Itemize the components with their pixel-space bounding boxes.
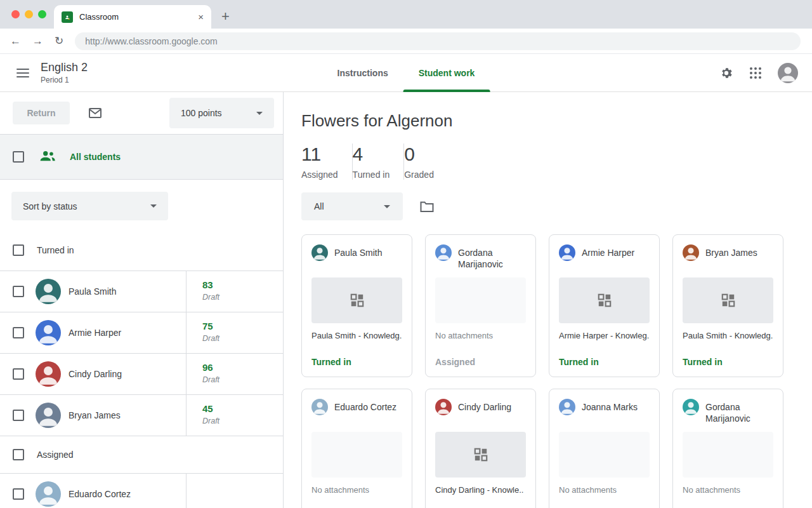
student-checkbox[interactable] — [13, 488, 24, 500]
window-zoom-button[interactable] — [38, 10, 46, 18]
student-checkbox[interactable] — [13, 286, 24, 297]
people-icon — [39, 149, 56, 165]
student-name: Gordana Marijanovic — [458, 247, 526, 270]
attachment-thumbnail[interactable] — [435, 432, 526, 478]
attachment-label: Paula Smith - Knowledg... — [683, 331, 773, 340]
email-icon[interactable] — [88, 105, 103, 121]
turned-in-checkbox[interactable] — [13, 244, 24, 256]
attachment-thumbnail[interactable] — [435, 277, 526, 323]
student-name: Gordana Marijanovic — [705, 401, 773, 424]
return-button[interactable]: Return — [13, 102, 70, 124]
browser-tab[interactable]: Classroom × — [54, 5, 211, 29]
sort-value: Sort by status — [23, 201, 77, 211]
attachment-grid-icon — [473, 446, 489, 463]
student-avatar — [559, 244, 575, 261]
student-row[interactable]: Bryan James 45 Draft — [0, 395, 283, 436]
student-work-card[interactable]: Gordana Marijanovic No attachments — [672, 389, 783, 508]
student-work-card[interactable]: Eduardo Cortez No attachments — [301, 389, 412, 508]
attachment-label: Armie Harper - Knowleg.. — [559, 331, 650, 340]
student-name: Cindy Darling — [458, 401, 511, 413]
student-work-card[interactable]: Joanna Marks No attachments — [549, 389, 660, 508]
grade-cell[interactable]: 96 Draft — [186, 354, 284, 394]
attachment-thumbnail[interactable] — [683, 277, 773, 323]
student-sidebar: Return 100 points All students Sort by s… — [0, 92, 284, 508]
reload-icon[interactable]: ↻ — [55, 36, 63, 46]
assigned-checkbox[interactable] — [13, 449, 24, 460]
student-work-cards: Paula Smith Paula Smith - Knowledg... Tu… — [301, 234, 812, 508]
student-avatar — [36, 320, 61, 345]
stat-label: Graded — [404, 170, 434, 180]
grade-value: 83 — [202, 279, 284, 290]
assignment-stats: 11 Assigned 4 Turned in 0 Graded — [301, 144, 812, 180]
url-field[interactable]: http://www.classroom.google.com — [75, 32, 801, 50]
app-header: English 2 Period 1 Instructions Student … — [0, 54, 812, 92]
window-controls — [11, 10, 46, 18]
student-name: Joanna Marks — [582, 401, 638, 413]
forward-icon[interactable]: → — [32, 36, 43, 46]
teacher-avatar[interactable] — [778, 63, 798, 83]
stat-turned-in[interactable]: 4 Turned in — [353, 144, 404, 180]
attachment-label: No attachments — [311, 485, 402, 495]
apps-grid-icon[interactable] — [750, 67, 761, 79]
attachment-grid-icon — [349, 292, 365, 309]
student-work-card[interactable]: Bryan James Paula Smith - Knowledg... Tu… — [672, 234, 783, 377]
menu-icon[interactable] — [16, 69, 29, 77]
new-tab-button[interactable]: + — [221, 8, 230, 25]
attachment-thumbnail[interactable] — [559, 277, 650, 323]
tab-close-icon[interactable]: × — [198, 11, 204, 22]
student-checkbox[interactable] — [13, 327, 24, 338]
student-name: Armie Harper — [582, 247, 634, 258]
points-dropdown[interactable]: 100 points — [169, 98, 274, 128]
window-minimize-button[interactable] — [25, 10, 33, 18]
student-row[interactable]: Paula Smith 83 Draft — [0, 271, 283, 312]
attachment-label: No attachments — [559, 485, 650, 495]
student-work-card[interactable]: Cindy Darling Cindy Darling - Knowle.. — [425, 389, 536, 508]
grade-value: 45 — [202, 403, 284, 414]
student-work-card[interactable]: Paula Smith Paula Smith - Knowledg... Tu… — [301, 234, 412, 377]
student-avatar — [311, 244, 328, 261]
sort-dropdown[interactable]: Sort by status — [11, 192, 168, 220]
attachment-thumbnail[interactable] — [683, 432, 773, 478]
header-actions — [719, 63, 812, 83]
course-title: English 2 — [41, 61, 88, 74]
status-filter-dropdown[interactable]: All — [301, 192, 403, 220]
back-icon[interactable]: ← — [10, 36, 21, 46]
stat-assigned[interactable]: 11 Assigned — [301, 144, 352, 180]
student-name: Cindy Darling — [69, 369, 122, 379]
attachment-label: Cindy Darling - Knowle.. — [435, 485, 526, 495]
grade-cell[interactable]: 75 Draft — [186, 312, 284, 353]
student-row[interactable]: Cindy Darling 96 Draft — [0, 354, 283, 395]
assigned-section-header: Assigned — [0, 436, 283, 474]
student-name: Paula Smith — [334, 247, 382, 258]
gear-icon[interactable] — [719, 66, 733, 80]
folder-icon[interactable] — [419, 199, 435, 213]
grade-cell[interactable]: 45 Draft — [186, 395, 284, 436]
student-work-card[interactable]: Gordana Marijanovic No attachments Assig… — [425, 234, 536, 377]
attachment-grid-icon — [596, 292, 613, 309]
attachment-thumbnail[interactable] — [311, 277, 402, 323]
all-students-row[interactable]: All students — [0, 134, 283, 180]
grade-cell[interactable] — [186, 474, 284, 508]
attachment-label: No attachments — [683, 485, 773, 495]
grade-cell[interactable]: 83 Draft — [186, 271, 284, 312]
student-checkbox[interactable] — [13, 368, 24, 380]
all-students-checkbox[interactable] — [13, 151, 24, 163]
student-work-card[interactable]: Armie Harper Armie Harper - Knowleg.. Tu… — [549, 234, 660, 377]
stat-graded[interactable]: 0 Graded — [404, 144, 448, 180]
student-avatar — [36, 361, 61, 387]
attachment-thumbnail[interactable] — [311, 432, 402, 478]
tab-student-work[interactable]: Student work — [403, 54, 490, 92]
tab-instructions[interactable]: Instructions — [322, 54, 403, 92]
chevron-down-icon — [256, 112, 263, 115]
student-row[interactable]: Eduardo Cortez — [0, 474, 283, 508]
browser-titlebar: Classroom × + — [0, 0, 812, 29]
student-avatar — [559, 399, 575, 415]
window-close-button[interactable] — [11, 10, 20, 18]
grade-status: Draft — [202, 417, 284, 425]
student-checkbox[interactable] — [13, 410, 24, 421]
student-row[interactable]: Armie Harper 75 Draft — [0, 312, 283, 354]
assigned-label: Assigned — [37, 450, 74, 460]
card-status: Turned in — [683, 357, 773, 367]
attachment-thumbnail[interactable] — [559, 432, 650, 478]
student-name: Armie Harper — [69, 328, 121, 338]
